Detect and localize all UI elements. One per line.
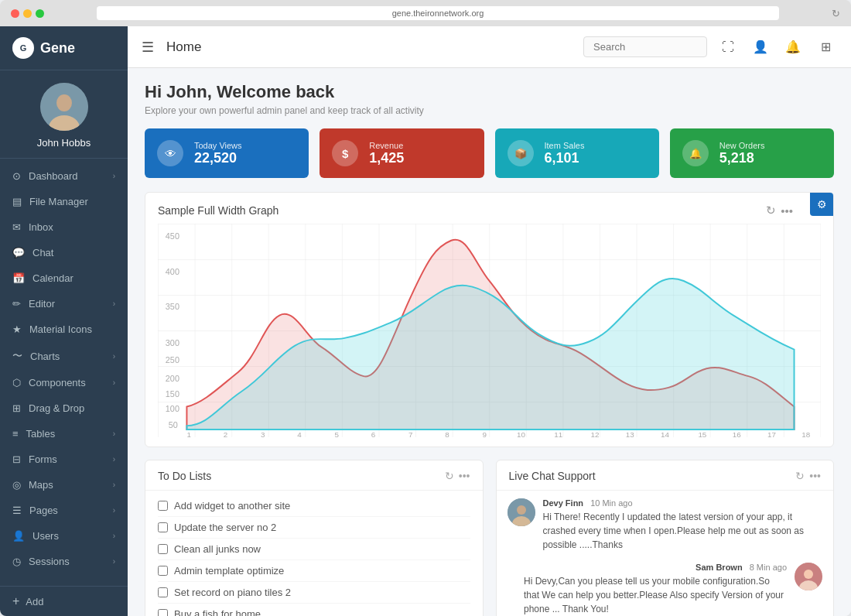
svg-text:50: 50 [169, 420, 178, 429]
svg-point-1 [56, 94, 72, 111]
chevron-icon: › [113, 378, 115, 387]
users-icon: 👤 [12, 530, 25, 542]
todo-item: Set record on piano tiles 2 [158, 582, 470, 604]
sessions-icon: ◷ [12, 556, 21, 567]
add-icon: + [12, 594, 19, 608]
revenue-label: Revenue [369, 141, 404, 150]
graph-refresh-button[interactable]: ↻ [766, 204, 776, 217]
chat-time-2: 8 Min ago [750, 563, 787, 572]
sidebar-item-sessions[interactable]: ◷Sessions › [0, 549, 128, 574]
chevron-icon: › [113, 481, 115, 489]
stat-card-views: 👁 Today Views 22,520 [145, 128, 309, 178]
page-title: Home [166, 39, 574, 55]
chevron-icon: › [113, 172, 115, 180]
sidebar-item-tables[interactable]: ≡Tables › [0, 421, 128, 447]
stat-card-revenue: $ Revenue 1,425 [320, 128, 484, 178]
chevron-icon: › [113, 429, 115, 438]
sidebar-item-inbox[interactable]: ✉Inbox [0, 214, 128, 240]
graph-settings-button[interactable]: ⚙ [810, 193, 833, 216]
sidebar-item-forms[interactable]: ⊟Forms › [0, 447, 128, 472]
search-input[interactable] [583, 36, 707, 57]
todo-more-button[interactable]: ••• [459, 470, 470, 482]
revenue-icon: $ [332, 140, 358, 166]
todo-checkbox-3[interactable] [158, 544, 168, 554]
notification-icon[interactable]: 🔔 [781, 36, 805, 59]
todo-item: Clean all junks now [158, 539, 470, 560]
browser-refresh-icon[interactable]: ↻ [832, 8, 840, 19]
maps-icon: ◎ [12, 479, 21, 491]
chevron-icon: › [113, 506, 115, 515]
user-icon[interactable]: 👤 [749, 36, 772, 59]
sidebar-item-file-manager[interactable]: ▤File Manager [0, 189, 128, 214]
hamburger-icon[interactable]: ☰ [142, 39, 154, 56]
welcome-title: Hi John, Welcome back [145, 82, 834, 102]
browser-chrome: gene.theironnetwork.org ↻ [0, 0, 851, 26]
sidebar-item-drag-drop[interactable]: ⊞Drag & Drop [0, 395, 128, 421]
profile-name: John Hobbs [37, 137, 91, 149]
browser-url-bar[interactable]: gene.theironnetwork.org [97, 6, 779, 20]
todo-item: Add widget to another site [158, 495, 470, 517]
orders-value: 5,218 [719, 150, 765, 166]
chat-text-1: Hi There! Recently I updated the latest … [543, 510, 806, 552]
todo-checkbox-4[interactable] [158, 566, 168, 576]
sidebar-item-material-icons[interactable]: ★Material Icons [0, 317, 128, 342]
inbox-icon: ✉ [12, 221, 21, 233]
chat-avatar-df1 [508, 498, 535, 526]
svg-text:6: 6 [371, 430, 376, 439]
main-chart: 450 400 350 300 250 200 150 100 50 [158, 222, 821, 439]
drag-drop-icon: ⊞ [12, 402, 21, 414]
svg-text:150: 150 [166, 389, 179, 399]
calendar-icon: 📅 [12, 272, 25, 284]
graph-more-button[interactable]: ••• [781, 204, 793, 217]
svg-text:18: 18 [801, 430, 810, 439]
chevron-icon: › [113, 532, 115, 540]
svg-text:1: 1 [186, 430, 190, 439]
views-value: 22,520 [194, 150, 242, 166]
sidebar-item-components[interactable]: ⬡Components › [0, 370, 128, 395]
svg-text:3: 3 [261, 430, 265, 439]
svg-text:300: 300 [166, 338, 179, 347]
sales-label: Item Sales [545, 141, 585, 150]
tables-icon: ≡ [12, 428, 19, 440]
chevron-icon: › [113, 299, 115, 308]
chat-panel-title: Live Chat Support [509, 470, 596, 482]
fullscreen-icon[interactable]: ⛶ [716, 36, 740, 59]
svg-text:450: 450 [166, 231, 179, 241]
dashboard-icon: ⊙ [12, 170, 21, 182]
forms-icon: ⊟ [12, 453, 21, 465]
logo-icon: G [12, 37, 34, 59]
svg-text:7: 7 [408, 430, 412, 439]
sidebar-add-button[interactable]: + Add [0, 586, 128, 616]
sidebar-item-editor[interactable]: ✏Editor › [0, 291, 128, 317]
svg-text:100: 100 [166, 404, 179, 413]
sidebar-item-chat[interactable]: 💬Chat [0, 240, 128, 265]
chat-more-button[interactable]: ••• [809, 470, 821, 482]
sidebar-nav: ⊙Dashboard › ▤File Manager ✉Inbox 💬Chat … [0, 159, 128, 586]
todo-checkbox-2[interactable] [158, 522, 168, 532]
svg-text:12: 12 [591, 430, 600, 439]
chat-sender-2: Sam Brown [695, 563, 743, 572]
todo-checkbox-5[interactable] [158, 587, 168, 597]
sidebar-item-charts[interactable]: 〜Charts › [0, 342, 128, 370]
chat-avatar-sb [795, 563, 822, 590]
todo-panel-title: To Do Lists [158, 470, 211, 482]
sidebar-item-maps[interactable]: ◎Maps › [0, 472, 128, 498]
todo-checkbox-6[interactable] [158, 609, 168, 616]
charts-icon: 〜 [12, 349, 22, 363]
chat-refresh-button[interactable]: ↻ [795, 470, 805, 482]
chat-text-2: Hi Devy,Can you please tell us your mobi… [524, 574, 787, 616]
editor-icon: ✏ [12, 298, 21, 310]
svg-text:11: 11 [554, 430, 562, 439]
sidebar-item-dashboard[interactable]: ⊙Dashboard › [0, 163, 128, 189]
apps-icon[interactable]: ⊞ [814, 36, 837, 59]
views-icon: 👁 [157, 140, 183, 166]
todo-refresh-button[interactable]: ↻ [445, 470, 454, 482]
stat-card-orders: 🔔 New Orders 5,218 [670, 128, 834, 178]
svg-text:8: 8 [445, 430, 449, 439]
sidebar-item-calendar[interactable]: 📅Calendar [0, 265, 128, 291]
sidebar-item-pages[interactable]: ☰Pages › [0, 498, 128, 523]
todo-checkbox-1[interactable] [158, 501, 168, 511]
sidebar-item-users[interactable]: 👤Users › [0, 523, 128, 549]
svg-text:15: 15 [698, 430, 706, 439]
todo-item: Update the server no 2 [158, 517, 470, 539]
